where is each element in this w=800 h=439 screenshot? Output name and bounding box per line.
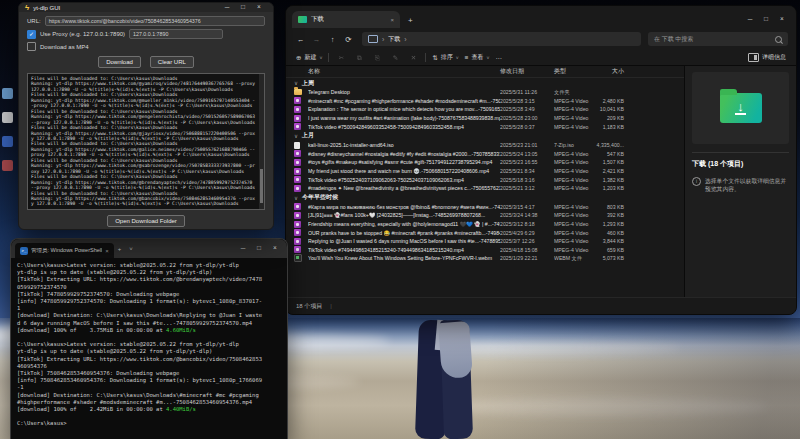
chevron-down-icon[interactable]: ∨ <box>294 80 298 86</box>
url-input[interactable]: https://www.tiktok.com/@bancobix/video/7… <box>45 16 265 26</box>
clear-url-button[interactable]: Clear URL <box>150 56 194 68</box>
open-download-folder-button[interactable]: Open Download Folder <box>107 215 185 227</box>
group-header[interactable]: ∨上周 <box>294 78 684 88</box>
paste-icon[interactable]: ⎘ <box>371 54 383 62</box>
chevron-down-icon[interactable]: ∨ <box>294 195 298 201</box>
file-row[interactable]: TikTok video #7502524037109062063-750252… <box>294 175 684 184</box>
file-row[interactable]: #minecraft #mc #pcgaming #highperformanc… <box>294 97 684 106</box>
file-row[interactable]: kali-linux-2025.1c-installer-amd64.iso20… <box>294 141 684 150</box>
tab-dropdown-icon[interactable]: ˅ <box>125 246 137 252</box>
file-row[interactable]: [JL|91]≡≡≡ 👻#fans 100k+🤍 [24032825]——[In… <box>294 211 684 220</box>
video-file-icon <box>294 168 301 175</box>
breadcrumb-downloads[interactable]: 下载 <box>388 35 400 44</box>
downloads-tab[interactable]: 下载 × <box>292 11 400 28</box>
file-row[interactable]: #disney #disneychannel #nostalgia #editf… <box>294 150 684 159</box>
file-row[interactable]: Replying to @Juan I wasted 6 days runnin… <box>294 237 684 246</box>
file-size: 659 KB <box>594 247 624 253</box>
terminal-output[interactable]: C:\Users\kasus>Latest version: stable@20… <box>11 258 287 439</box>
more-icon[interactable]: ⋯ <box>495 54 501 61</box>
chevron-down-icon[interactable]: ∨ <box>294 133 298 139</box>
this-pc-icon <box>368 35 378 43</box>
desktop-icon[interactable] <box>2 136 13 147</box>
group-header[interactable]: ∨今年早些时候 <box>294 193 684 203</box>
file-type: MPEG-4 Video <box>554 115 594 121</box>
up-icon[interactable]: ↑ <box>326 35 339 44</box>
forward-icon[interactable]: → <box>310 35 323 44</box>
tab-close-icon[interactable]: × <box>105 248 109 254</box>
ytdlp-titlebar[interactable]: ϟ yt-dlp GUI ─ □ × <box>19 3 273 12</box>
close-icon[interactable]: × <box>267 245 283 252</box>
search-box[interactable]: 在 下载 中搜索 <box>648 32 788 46</box>
back-icon[interactable]: ← <box>294 35 307 44</box>
file-size: 2,480 KB <box>594 98 624 104</box>
file-row[interactable]: #Карта мира по выживанию без монстров @f… <box>294 203 684 212</box>
column-type[interactable]: 类型 <box>554 67 594 76</box>
column-size[interactable]: 大小 <box>594 67 624 76</box>
tab-close-icon[interactable]: × <box>390 17 394 23</box>
window-title: yt-dlp GUI <box>33 5 60 11</box>
use-proxy-checkbox[interactable]: ✓ <box>27 30 36 39</box>
cut-icon[interactable]: ✂ <box>335 54 347 62</box>
file-date: 2025/5/18 3:16 <box>500 177 554 183</box>
rename-icon[interactable]: ✎ <box>389 54 401 62</box>
download-log[interactable]: Files will be downloaded to: C:\Users\ka… <box>27 73 265 210</box>
minimize-icon[interactable]: ─ <box>219 4 235 11</box>
file-row[interactable]: My friend just stood there and watch me … <box>294 167 684 176</box>
delete-icon[interactable]: ✕ <box>407 54 419 62</box>
breadcrumb[interactable]: › 下载 › <box>362 32 641 46</box>
desktop-icon[interactable] <box>2 88 13 99</box>
close-icon[interactable]: × <box>774 16 790 23</box>
file-row[interactable]: TikTok video #7494498634185215240-749449… <box>294 246 684 255</box>
maximize-icon[interactable]: □ <box>251 245 267 252</box>
close-icon[interactable]: × <box>251 4 267 11</box>
desktop-icon[interactable] <box>2 112 13 123</box>
file-row[interactable]: You'll Wish You Knew About This Windows … <box>294 254 684 263</box>
download-mp4-checkbox[interactable] <box>27 42 36 51</box>
new-button[interactable]: ⊕ 新建 ˅ <box>296 53 322 62</box>
copy-icon[interactable]: ⧉ <box>353 54 365 62</box>
downloads-folder-icon <box>298 16 307 23</box>
powershell-tab[interactable]: >_ 管理员: Windows PowerShell × <box>15 243 114 258</box>
proxy-input[interactable]: 127.0.0.1:7890 <box>129 29 223 39</box>
desktop-icon[interactable] <box>2 160 13 171</box>
use-proxy-label: Use Proxy (e.g. 127.0.0.1:7890) <box>40 31 125 37</box>
minimize-icon[interactable]: ─ <box>742 16 758 23</box>
view-button[interactable]: ≡ 查看 ˅ <box>465 53 490 62</box>
file-row[interactable]: Telegram Desktop2025/5/31 11:26文件夹 <box>294 88 684 97</box>
terminal-titlebar[interactable]: >_ 管理员: Windows PowerShell × + ˅ ─ □ × <box>11 239 287 258</box>
video-file-icon <box>294 246 301 253</box>
maximize-icon[interactable]: □ <box>235 4 251 11</box>
file-row[interactable]: #toys #gifts #makeup #satisfying #asmr #… <box>294 158 684 167</box>
url-label: URL: <box>27 18 41 24</box>
file-type: MPEG-4 Video <box>554 212 594 218</box>
new-tab-icon[interactable]: + <box>114 246 126 252</box>
file-row[interactable]: OUR pranks have to be stopped 😂 #minecra… <box>294 228 684 237</box>
file-date: 2025/3/7 12:26 <box>500 238 554 244</box>
file-type: MPEG-4 Video <box>554 247 594 253</box>
file-row[interactable]: #madeingos ✦ New @breathedivinity a @bre… <box>294 184 684 193</box>
minimize-icon[interactable]: ─ <box>235 245 251 252</box>
video-file-icon <box>294 221 301 228</box>
maximize-icon[interactable]: □ <box>758 16 774 23</box>
details-pane-icon <box>748 53 759 62</box>
refresh-icon[interactable]: ⟳ <box>342 35 355 44</box>
details-view-button[interactable]: 详细信息 <box>748 53 786 62</box>
group-header[interactable]: ∨上月 <box>294 131 684 141</box>
search-placeholder: 在 下载 中搜索 <box>654 35 771 44</box>
file-date: 2025/5/21 8:34 <box>500 168 554 174</box>
file-row[interactable]: Friendship means everything, especially … <box>294 220 684 229</box>
file-date: 2025/5/31 11:26 <box>500 89 554 95</box>
download-button[interactable]: Download <box>98 56 141 68</box>
file-size: 1,293 KB <box>594 221 624 227</box>
log-scrollbar[interactable] <box>259 74 264 209</box>
new-tab-icon[interactable]: + <box>400 16 421 25</box>
sort-button[interactable]: ⇅ 排序 ˅ <box>432 53 458 62</box>
column-name[interactable]: 名称 <box>308 67 500 76</box>
explorer-titlebar[interactable]: 下载 × + ─ □ × <box>286 6 796 28</box>
downloads-folder-large-icon: ↓ <box>720 93 762 123</box>
file-size: 1,203 KB <box>594 185 624 191</box>
file-row[interactable]: TikTok video #7500942849603352458-750094… <box>294 122 684 131</box>
file-row[interactable]: I just wanna wear my outfits #art #anima… <box>294 114 684 123</box>
file-row[interactable]: Explanation：The sensor in optical mice w… <box>294 105 684 114</box>
column-date[interactable]: 修改日期 <box>500 67 554 76</box>
